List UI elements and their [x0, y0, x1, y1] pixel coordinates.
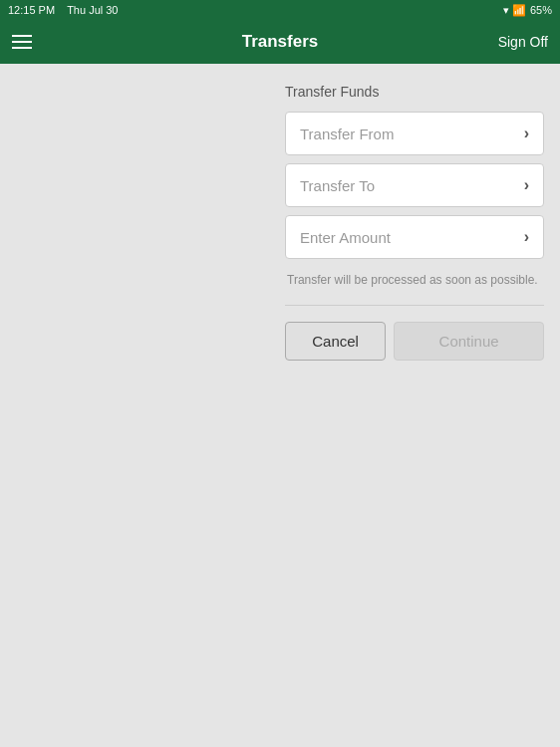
transfer-to-field[interactable]: Transfer To ›	[285, 163, 544, 207]
enter-amount-label: Enter Amount	[300, 229, 391, 246]
enter-amount-chevron-icon: ›	[524, 228, 529, 246]
continue-button: Continue	[394, 322, 544, 361]
transfer-from-label: Transfer From	[300, 125, 394, 142]
enter-amount-field[interactable]: Enter Amount ›	[285, 215, 544, 259]
info-text: Transfer will be processed as soon as po…	[285, 271, 544, 289]
transfer-to-label: Transfer To	[300, 177, 375, 194]
left-panel	[0, 64, 269, 747]
status-time: 12:15 PM	[8, 4, 55, 16]
cancel-button[interactable]: Cancel	[285, 322, 386, 361]
right-panel: Transfer Funds Transfer From › Transfer …	[269, 64, 560, 747]
menu-icon[interactable]	[12, 35, 32, 49]
transfer-from-chevron-icon: ›	[524, 124, 529, 142]
page-title: Transfers	[242, 32, 319, 52]
wifi-icon: ▾ 📶	[503, 4, 526, 17]
status-date: Thu Jul 30	[67, 4, 118, 16]
status-bar-right: ▾ 📶 65%	[503, 4, 552, 17]
main-content: Transfer Funds Transfer From › Transfer …	[0, 64, 560, 747]
navbar: Transfers Sign Off	[0, 20, 560, 64]
form-fields: Transfer From › Transfer To › Enter Amou…	[285, 112, 544, 259]
status-bar: 12:15 PM Thu Jul 30 ▾ 📶 65%	[0, 0, 560, 20]
status-bar-left: 12:15 PM Thu Jul 30	[8, 4, 119, 16]
transfer-to-chevron-icon: ›	[524, 176, 529, 194]
transfer-from-field[interactable]: Transfer From ›	[285, 112, 544, 155]
section-title: Transfer Funds	[285, 84, 544, 100]
sign-off-button[interactable]: Sign Off	[498, 34, 548, 50]
divider	[285, 305, 544, 306]
battery-indicator: 65%	[530, 4, 552, 16]
button-row: Cancel Continue	[285, 322, 544, 361]
